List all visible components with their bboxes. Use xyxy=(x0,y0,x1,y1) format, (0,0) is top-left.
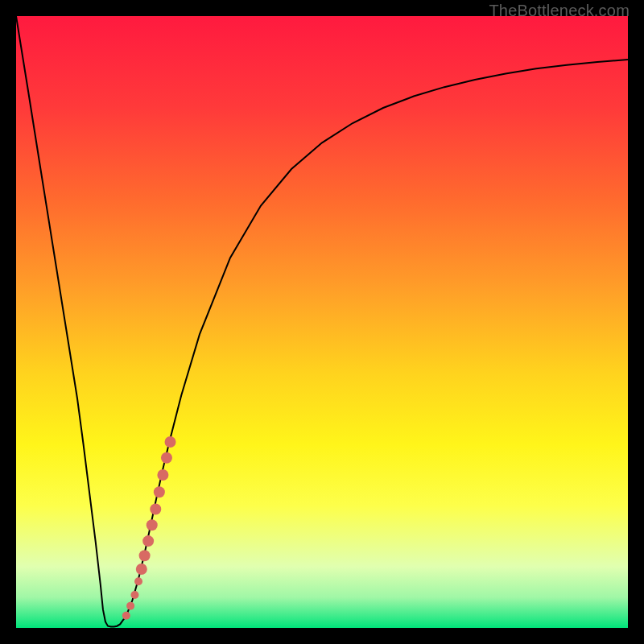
highlight-dot xyxy=(157,469,168,481)
highlight-dot xyxy=(150,504,161,515)
chart-plot xyxy=(16,16,628,628)
highlight-dot xyxy=(130,591,138,599)
highlight-dot xyxy=(147,519,158,530)
highlight-dot xyxy=(134,577,142,585)
gradient-background xyxy=(16,16,628,628)
highlight-dot xyxy=(139,550,151,561)
highlight-dot xyxy=(165,436,176,448)
highlight-dot xyxy=(126,602,134,610)
watermark-text: TheBottleneck.com xyxy=(489,2,630,20)
highlight-dot xyxy=(154,486,165,497)
chart-frame: TheBottleneck.com xyxy=(0,0,644,644)
highlight-dot xyxy=(136,564,147,575)
highlight-dot xyxy=(122,612,130,620)
highlight-dot xyxy=(161,452,172,464)
highlight-dot xyxy=(142,535,154,547)
